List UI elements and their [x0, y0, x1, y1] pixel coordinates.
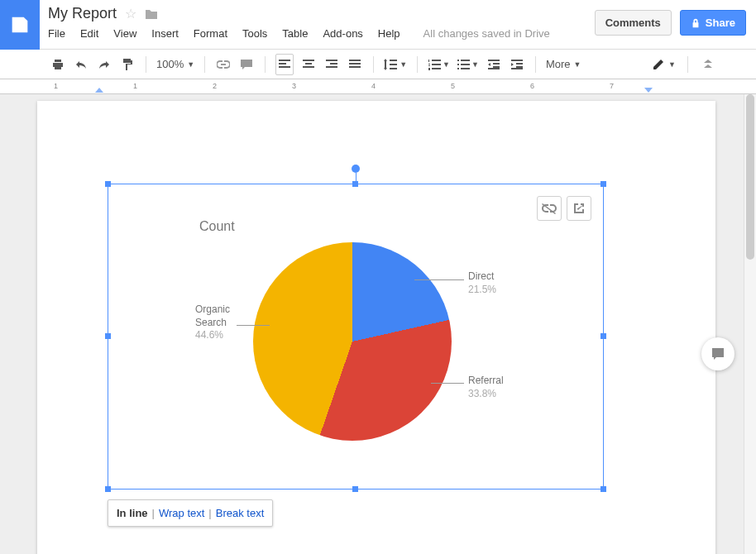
editing-mode-button[interactable]: ▼ [652, 54, 676, 75]
comment-button[interactable] [238, 54, 255, 75]
title-area: My Report ☆ File Edit View Insert Format… [40, 0, 585, 45]
numbered-list-button[interactable]: ▼ [428, 54, 450, 75]
paint-format-button[interactable] [119, 54, 136, 75]
slice-name: Organic [195, 303, 230, 317]
ruler-mark: 5 [451, 82, 455, 90]
more-button[interactable]: More ▼ [546, 58, 581, 70]
indent-increase-button[interactable] [509, 54, 525, 75]
align-left-button[interactable] [275, 54, 294, 75]
share-button[interactable]: Share [680, 10, 746, 36]
more-label: More [546, 58, 571, 70]
indent-right-marker[interactable] [644, 88, 653, 93]
document-title[interactable]: My Report [48, 5, 117, 22]
ruler-mark: 3 [292, 82, 296, 90]
print-button[interactable] [50, 54, 66, 75]
separator: | [208, 507, 211, 519]
slice-pct: 44.6% [195, 329, 230, 342]
redo-icon [98, 59, 111, 70]
leader-line [414, 279, 464, 280]
ruler-mark: 4 [371, 82, 376, 90]
docs-icon [8, 13, 31, 36]
document-page[interactable]: Count Direct 21.5% [37, 101, 715, 554]
menu-bar: File Edit View Insert Format Tools Table… [48, 27, 577, 40]
vertical-scrollbar[interactable] [744, 94, 756, 554]
slice-label-referral: Referral 33.8% [468, 375, 504, 400]
indent-increase-icon [511, 60, 523, 69]
menu-view[interactable]: View [113, 27, 136, 40]
ruler-mark: 6 [530, 82, 534, 90]
menu-insert[interactable]: Insert [151, 27, 179, 40]
undo-icon [74, 59, 88, 70]
ruler-mark: 2 [213, 82, 217, 90]
align-right-icon [326, 59, 337, 70]
align-justify-button[interactable] [347, 54, 363, 75]
chevron-down-icon: ▼ [443, 60, 450, 69]
line-spacing-button[interactable]: ▼ [384, 54, 407, 75]
paint-roller-icon [122, 58, 133, 71]
leader-line [431, 383, 464, 384]
menu-file[interactable]: File [48, 27, 65, 40]
explore-icon [711, 346, 725, 361]
image-wrap-toolbar: In line | Wrap text | Break text [108, 499, 273, 527]
slice-name: Direct [468, 270, 496, 284]
pie-chart [253, 242, 452, 441]
comments-button[interactable]: Comments [595, 10, 672, 36]
slice-label-direct: Direct 21.5% [468, 270, 496, 296]
menu-edit[interactable]: Edit [80, 27, 98, 40]
toolbar: 100% ▼ ▼ ▼ ▼ More ▼ ▼ [0, 50, 756, 79]
star-icon[interactable]: ☆ [125, 6, 136, 21]
share-label: Share [706, 17, 735, 29]
align-right-button[interactable] [323, 54, 340, 75]
pencil-icon [652, 58, 665, 71]
menu-addons[interactable]: Add-ons [323, 27, 362, 40]
menu-tools[interactable]: Tools [242, 27, 267, 40]
explore-fab[interactable] [701, 337, 734, 370]
line-spacing-icon [384, 59, 397, 70]
unlink-chart-button[interactable] [537, 196, 562, 221]
undo-button[interactable] [73, 54, 89, 75]
collapse-toolbar-button[interactable] [700, 54, 716, 75]
lock-icon [691, 18, 701, 28]
menu-format[interactable]: Format [194, 27, 227, 40]
align-left-icon [279, 59, 290, 70]
menu-table[interactable]: Table [282, 27, 308, 40]
rotation-handle[interactable] [352, 165, 360, 173]
ruler-mark: 1 [133, 82, 137, 90]
indent-left-marker[interactable] [95, 88, 103, 93]
ruler-mark: 1 [54, 82, 58, 90]
bulleted-list-button[interactable]: ▼ [457, 54, 479, 75]
align-center-button[interactable] [300, 54, 317, 75]
zoom-dropdown[interactable]: 100% ▼ [156, 58, 194, 70]
unlink-icon [542, 203, 557, 214]
indent-decrease-button[interactable] [486, 54, 502, 75]
align-justify-icon [349, 59, 361, 70]
zoom-value: 100% [156, 58, 184, 70]
chart-title: Count [199, 219, 235, 234]
horizontal-ruler[interactable]: 1 1 2 3 4 5 6 7 [0, 79, 756, 94]
separator: | [152, 507, 155, 519]
indent-decrease-icon [488, 60, 500, 69]
redo-button[interactable] [96, 54, 112, 75]
chevron-down-icon: ▼ [668, 60, 676, 69]
bulleted-list-icon [457, 59, 470, 70]
scrollbar-thumb[interactable] [746, 94, 754, 260]
break-text-button[interactable]: Break text [216, 507, 265, 519]
slice-pct: 33.8% [468, 388, 504, 401]
header-actions: Comments Share [585, 0, 756, 45]
chart-selection[interactable]: Count Direct 21.5% [108, 184, 604, 490]
folder-icon[interactable] [145, 8, 158, 20]
workspace: Count Direct 21.5% [0, 94, 756, 554]
wrap-inline-button[interactable]: In line [117, 507, 148, 519]
link-button[interactable] [215, 54, 232, 75]
docs-logo[interactable] [0, 0, 40, 50]
save-status: All changes saved in Drive [423, 27, 550, 40]
open-source-button[interactable] [567, 196, 591, 221]
chevron-down-icon: ▼ [400, 60, 407, 69]
wrap-text-button[interactable]: Wrap text [159, 507, 204, 519]
rotation-line [356, 173, 356, 181]
numbered-list-icon [428, 59, 441, 70]
menu-help[interactable]: Help [378, 27, 400, 40]
link-icon [217, 60, 230, 69]
chevron-down-icon: ▼ [471, 60, 479, 69]
chevron-down-icon: ▼ [187, 60, 194, 69]
